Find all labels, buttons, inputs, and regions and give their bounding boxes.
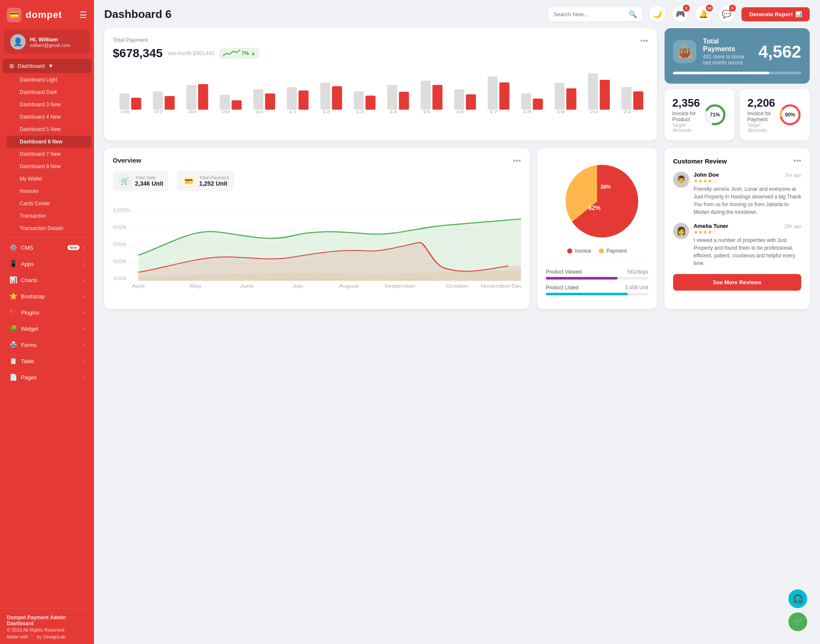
- apps-icon: 📱: [9, 260, 18, 268]
- search-icon[interactable]: 🔍: [629, 10, 637, 18]
- svg-rect-3: [164, 96, 175, 110]
- sidebar-item-invoices[interactable]: Invoices: [7, 185, 91, 197]
- review-more-icon[interactable]: •••: [793, 157, 801, 166]
- more-options-icon[interactable]: •••: [640, 37, 648, 46]
- invoice-payment-card: 2,206 Invoice for Payment Target 3k/mont…: [740, 89, 810, 140]
- svg-rect-5: [198, 84, 208, 110]
- svg-rect-27: [566, 88, 577, 110]
- blue-progress-fill: [673, 72, 769, 74]
- svg-rect-6: [220, 95, 230, 110]
- invoice-payment-sublabel: Target 3k/month: [747, 122, 778, 133]
- sidebar-item-dashboard-3[interactable]: Dashboard 3 New: [7, 99, 91, 111]
- product-viewed-header: Product Viewed 561/days: [546, 269, 648, 275]
- footer-copy: © 2023 All Rights Reserved: [7, 627, 87, 632]
- invoice-pct-label: 62%: [589, 204, 601, 211]
- messages-btn[interactable]: 💬 5: [718, 6, 735, 22]
- dashboard-icon: ⊞: [9, 63, 14, 69]
- svg-rect-25: [533, 99, 543, 110]
- overview-more-icon[interactable]: •••: [513, 157, 521, 166]
- sidebar-item-transaction-details[interactable]: Transaction Details: [7, 222, 91, 234]
- new-badge: New: [52, 139, 63, 145]
- sidebar-item-cards-center[interactable]: Cards Center: [7, 198, 91, 210]
- total-payment-chip-label: Total Payment: [199, 175, 229, 180]
- chevron-right-icon: ›: [83, 375, 85, 380]
- theme-toggle-btn[interactable]: 🌙: [649, 6, 665, 22]
- review-item-2: 👩 Amelia Tuner 10h ago ★★★★☆ I viewed a …: [673, 223, 801, 267]
- sidebar-item-cms[interactable]: ⚙️ CMS New ›: [3, 240, 91, 255]
- total-sale-value: 2,346 Unit: [135, 180, 163, 187]
- svg-rect-30: [621, 87, 632, 110]
- pie-chart-card: 62% 38% Invoice Payment: [537, 148, 657, 309]
- invoice-product-label: Invoice for Product: [672, 111, 703, 122]
- hamburger-icon[interactable]: ☰: [79, 10, 87, 20]
- avatar: 👤: [10, 34, 26, 50]
- svg-text:August: August: [339, 284, 359, 289]
- sidebar-item-dashboard-5[interactable]: Dashboard 5 New: [7, 123, 91, 135]
- main-content: Dashboard 6 🔍 🌙 🎮 2 🔔 12 💬 5 Generate Re…: [94, 0, 820, 644]
- review-item-1: 👨 John Doe 5m ago ★★★★☆ Friendly service…: [673, 172, 801, 216]
- generate-report-button[interactable]: Generate Report 📊: [741, 7, 810, 21]
- sidebar-item-table[interactable]: 📋 Table ›: [3, 353, 91, 369]
- wallet-icon: 👜: [673, 40, 696, 63]
- invoice-payment-donut: 90%: [778, 103, 802, 127]
- sidebar-item-dashboard-light[interactable]: Dashboard Light: [7, 74, 91, 86]
- svg-rect-18: [421, 81, 431, 110]
- svg-text:18: 18: [523, 110, 531, 114]
- sidebar-item-dashboard-7[interactable]: Dashboard 7 New: [7, 148, 91, 160]
- pages-icon: 📄: [9, 373, 18, 381]
- svg-text:06: 06: [121, 110, 130, 114]
- svg-rect-0: [120, 93, 130, 110]
- svg-rect-29: [600, 80, 610, 110]
- overview-header: Overview •••: [113, 157, 521, 166]
- sidebar-item-dashboard-dark[interactable]: Dashboard Dark: [7, 86, 91, 98]
- sidebar-item-plugins[interactable]: ❤️ Plugins ›: [3, 305, 91, 320]
- svg-rect-23: [499, 82, 510, 110]
- table-icon: 📋: [9, 357, 18, 365]
- search-input[interactable]: [554, 11, 625, 17]
- bootstrap-icon: ⭐: [9, 292, 18, 300]
- product-viewed-value: 561/days: [627, 269, 648, 275]
- svg-text:10: 10: [255, 110, 264, 114]
- reviewer-1-name: John Doe: [694, 172, 719, 178]
- svg-rect-8: [253, 89, 264, 110]
- svg-rect-13: [332, 86, 342, 110]
- games-btn[interactable]: 🎮 2: [672, 6, 688, 22]
- sidebar-item-dashboard[interactable]: ⊞ Dashboard ▼: [3, 59, 91, 73]
- svg-rect-31: [633, 91, 644, 110]
- blue-card-number: 4,562: [758, 42, 801, 61]
- pages-label: Pages: [21, 374, 79, 381]
- svg-rect-2: [153, 91, 163, 110]
- forms-label: Forms: [21, 342, 79, 348]
- svg-rect-1: [131, 98, 141, 110]
- game-icon: 🎮: [676, 9, 685, 19]
- svg-text:07: 07: [155, 110, 163, 114]
- new-badge: New: [50, 126, 61, 132]
- sidebar-item-dashboard-6[interactable]: Dashboard 6 New: [7, 136, 91, 148]
- sidebar-item-charts[interactable]: 📊 Charts ›: [3, 272, 91, 288]
- svg-rect-16: [387, 85, 398, 110]
- header: Dashboard 6 🔍 🌙 🎮 2 🔔 12 💬 5 Generate Re…: [94, 0, 820, 28]
- svg-rect-19: [432, 85, 442, 110]
- pie-chart-container: 62% 38% Invoice Payment: [546, 157, 648, 258]
- svg-text:October: October: [446, 284, 469, 289]
- sidebar-item-pages[interactable]: 📄 Pages ›: [3, 370, 91, 385]
- sidebar-item-my-wallet[interactable]: My Wallet: [7, 173, 91, 185]
- invoice-product-card: 2,356 Invoice for Product Target 3k/mont…: [665, 89, 735, 140]
- svg-rect-20: [454, 89, 464, 110]
- sidebar-item-dashboard-8[interactable]: Dashboard 8 New: [7, 160, 91, 172]
- sidebar-item-widget[interactable]: 🧩 Widget ›: [3, 321, 91, 336]
- sidebar-item-forms[interactable]: 🖨️ Forms ›: [3, 337, 91, 353]
- reviewer-2-text: I viewed a number of properties with Jus…: [694, 236, 801, 267]
- charts-label: Charts: [21, 277, 79, 283]
- chat-floating-btn[interactable]: 🎧: [788, 589, 807, 608]
- see-more-reviews-button[interactable]: See More Reviews: [673, 274, 801, 291]
- reviewer-1-stars: ★★★★☆: [694, 178, 801, 184]
- sidebar-item-transaction[interactable]: Transaction: [7, 210, 91, 222]
- sidebar-item-apps[interactable]: 📱 Apps ›: [3, 256, 91, 271]
- svg-text:11: 11: [288, 110, 297, 114]
- sidebar-item-dashboard-4[interactable]: Dashboard 4 New: [7, 111, 91, 123]
- sidebar-item-bootstrap[interactable]: ⭐ Bootstrap ›: [3, 288, 91, 304]
- notifications-btn[interactable]: 🔔 12: [695, 6, 712, 22]
- invoice-payment-row: 2,206 Invoice for Payment Target 3k/mont…: [747, 96, 802, 133]
- cart-floating-btn[interactable]: 🛒: [788, 612, 807, 631]
